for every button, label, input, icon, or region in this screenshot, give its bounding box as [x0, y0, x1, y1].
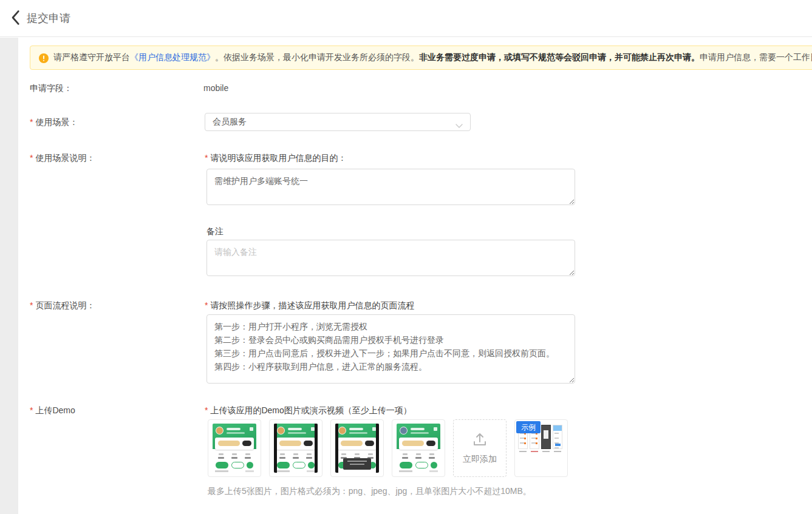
apply-field-label: 申请字段： [30, 83, 72, 94]
page-header: 提交申请 [0, 0, 812, 37]
required-asterisk: * [205, 405, 208, 415]
demo-image-thumbnail-3[interactable] [330, 419, 384, 477]
usage-scene-label: *使用场景： [30, 117, 78, 128]
demo-screenshot-preview [274, 424, 318, 473]
page-flow-label: *页面流程说明： [30, 300, 95, 311]
alert-text-tail: 申请用户信息，需要一个工作日左右的审核时间，请耐心等待。 [700, 52, 812, 63]
back-button[interactable] [5, 9, 26, 29]
required-asterisk: * [205, 153, 208, 163]
demo-screenshot-preview [397, 424, 440, 473]
demo-image-thumbnail-1[interactable] [208, 419, 261, 477]
usage-desc-sublabel: *请说明该应用获取用户信息的目的： [205, 153, 346, 164]
apply-field-value: mobile [203, 83, 228, 93]
upload-demo-sublabel: *上传该应用的Demo图片或演示视频（至少上传一项） [205, 405, 412, 416]
usage-scene-select[interactable]: 会员服务 [205, 113, 471, 131]
upload-demo-label: *上传Demo [30, 405, 75, 416]
example-badge: 示例 [516, 421, 541, 433]
demo-image-thumbnail-4[interactable] [392, 419, 445, 477]
page-title: 提交申请 [27, 0, 70, 37]
remark-label: 备注 [206, 226, 223, 237]
usage-desc-textarea[interactable]: 需维护用户多端账号统一 [206, 169, 575, 205]
required-asterisk: * [30, 153, 33, 163]
add-upload-button[interactable]: 立即添加 [453, 419, 507, 477]
required-asterisk: * [30, 300, 33, 310]
warning-circle-icon [39, 53, 49, 63]
example-thumbnail[interactable]: 示例 [514, 419, 568, 477]
required-asterisk: * [30, 117, 33, 127]
alert-text-lead: 请严格遵守开放平台 [53, 52, 130, 63]
required-asterisk: * [30, 405, 33, 415]
form-panel: 请严格遵守开放平台《用户信息处理规范》。依据业务场景，最小化申请开发业务所必须的… [18, 38, 812, 514]
submit-application-page: 提交申请 请严格遵守开放平台《用户信息处理规范》。依据业务场景，最小化申请开发业… [0, 0, 812, 514]
required-asterisk: * [205, 300, 208, 310]
chevron-left-icon [10, 10, 20, 28]
page-flow-sublabel: *请按照操作步骤，描述该应用获取用户信息的页面流程 [205, 300, 414, 311]
chevron-down-icon [455, 121, 463, 130]
upload-thumbnail-list: 立即添加 示例 [208, 419, 568, 477]
upload-icon [472, 432, 488, 449]
demo-image-thumbnail-2[interactable] [269, 419, 322, 477]
policy-alert-banner: 请严格遵守开放平台《用户信息处理规范》。依据业务场景，最小化申请开发业务所必须的… [30, 46, 812, 70]
add-upload-label: 立即添加 [463, 454, 497, 465]
usage-scene-selected-value: 会员服务 [213, 117, 247, 127]
demo-screenshot-preview [213, 424, 256, 473]
alert-text-bold: 非业务需要过度申请，或填写不规范等会驳回申请，并可能禁止再次申请。 [419, 52, 700, 63]
remark-textarea[interactable] [206, 240, 575, 276]
policy-link[interactable]: 《用户信息处理规范》 [130, 52, 215, 63]
upload-note: 最多上传5张图片，图片格式必须为：png、jpeg、jpg，且单张图片大小不超过… [208, 486, 531, 497]
page-flow-textarea[interactable]: 第一步：用户打开小程序，浏览无需授权 第二步：登录会员中心或购买商品需用户授权手… [206, 314, 575, 384]
alert-text-mid: 。依据业务场景，最小化申请开发业务所必须的字段。 [215, 52, 419, 63]
demo-screenshot-preview [335, 424, 379, 473]
usage-desc-label: *使用场景说明： [30, 153, 95, 164]
